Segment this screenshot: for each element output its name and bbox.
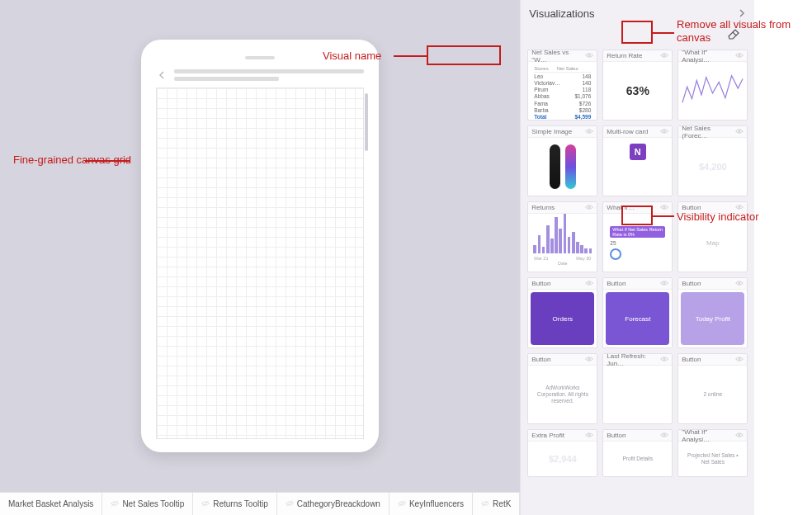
- svg-point-7: [739, 54, 740, 55]
- tile-title: Button: [682, 280, 701, 287]
- page-tab-strip: Market Basket AnalysisNet Sales TooltipR…: [0, 492, 520, 515]
- whatif-slicer: What If Net Sales Return Rate is 0%25: [606, 224, 669, 262]
- faded-value: $4,200: [699, 162, 727, 172]
- tile-title: Extra Profit: [531, 432, 564, 439]
- visibility-icon[interactable]: [735, 431, 744, 441]
- mobile-canvas-area: Market Basket AnalysisNet Sales TooltipR…: [0, 0, 520, 515]
- canvas-grid[interactable]: [156, 87, 364, 439]
- visualization-tile[interactable]: Return Rate63%: [602, 50, 673, 120]
- remove-all-visuals-button[interactable]: [720, 25, 746, 43]
- page-tab[interactable]: KeyInfluencers: [389, 493, 473, 515]
- visualization-tile[interactable]: ButtonMap: [677, 201, 748, 272]
- visualization-tile[interactable]: ButtonAdWorkWorks Corporation. All right…: [527, 353, 597, 424]
- visibility-icon[interactable]: [660, 431, 668, 441]
- tiny-text: AdWorkWorks Corporation. All rights rese…: [531, 385, 594, 404]
- visualization-tile[interactable]: Button2 online: [677, 353, 748, 424]
- scrollbar[interactable]: [365, 93, 368, 151]
- tile-title: Button: [607, 280, 626, 287]
- visualization-tile[interactable]: ButtonProfit Details: [602, 429, 673, 477]
- page-tab[interactable]: RetK: [473, 493, 520, 515]
- phone-speaker: [245, 56, 275, 59]
- tile-title: Button: [682, 204, 701, 211]
- visibility-icon[interactable]: [735, 51, 744, 61]
- svg-point-14: [588, 281, 590, 283]
- tab-label: KeyInfluencers: [409, 499, 464, 508]
- visualization-tile-grid: Net Sales vs "W…StoresNet SalesLeo148Vic…: [527, 50, 748, 477]
- hidden-icon: [111, 499, 119, 509]
- visibility-icon[interactable]: [660, 51, 668, 61]
- svg-point-18: [663, 357, 665, 359]
- svg-point-6: [663, 54, 665, 55]
- svg-point-22: [739, 433, 740, 435]
- visualization-tile[interactable]: Simple Image: [527, 125, 597, 196]
- visualization-tile[interactable]: Multi-row cardN: [602, 125, 673, 196]
- visualization-tile[interactable]: ButtonForecast: [602, 277, 673, 348]
- panel-title: Visualizations: [529, 7, 594, 20]
- visibility-icon[interactable]: [735, 127, 744, 137]
- tab-label: Returns Tooltip: [213, 499, 268, 508]
- visibility-icon[interactable]: [585, 431, 593, 441]
- mini-line-chart: [681, 64, 744, 117]
- svg-point-21: [663, 433, 665, 435]
- tab-label: CathegoryBreackdown: [297, 499, 380, 508]
- card-icon: N: [626, 140, 649, 163]
- tiny-text: 2 online: [700, 391, 725, 398]
- tiny-text: Profit Details: [619, 456, 656, 462]
- visibility-icon[interactable]: [735, 203, 744, 213]
- panel-header: Visualizations: [521, 0, 754, 26]
- visibility-icon[interactable]: [735, 279, 744, 289]
- annotation-gutter: [754, 0, 812, 515]
- hidden-icon: [286, 499, 294, 509]
- svg-point-9: [663, 130, 665, 131]
- page-tab[interactable]: Market Basket Analysis: [0, 493, 102, 515]
- hidden-icon: [481, 499, 489, 509]
- tab-label: Market Basket Analysis: [8, 499, 93, 508]
- visualization-tile[interactable]: Last Refresh: Jun…: [602, 353, 673, 424]
- tile-title: Button: [682, 356, 701, 363]
- visualization-tile[interactable]: Extra Profit$2,944: [527, 429, 597, 477]
- visibility-icon[interactable]: [660, 203, 668, 213]
- visualizations-panel: Visualizations Net Sales vs "W…StoresNet…: [520, 0, 754, 515]
- skateboard-image: [550, 144, 576, 189]
- visualization-tile[interactable]: Net Sales vs "W…StoresNet SalesLeo148Vic…: [527, 50, 597, 120]
- tile-title: What If…: [607, 204, 634, 211]
- svg-point-20: [588, 433, 590, 435]
- collapse-panel-icon[interactable]: [738, 7, 746, 20]
- svg-point-8: [588, 130, 590, 131]
- hidden-icon: [398, 499, 406, 509]
- tile-title: Simple Image: [531, 128, 572, 135]
- visualization-tile[interactable]: ButtonOrders: [527, 277, 597, 348]
- visualization-tile[interactable]: What If…What If Net Sales Return Rate is…: [602, 201, 673, 272]
- visualization-tile[interactable]: Net Sales (Forec…$4,200: [677, 125, 748, 196]
- visibility-icon[interactable]: [660, 279, 668, 289]
- visibility-icon[interactable]: [660, 355, 668, 365]
- tile-title: Multi-row card: [607, 128, 648, 135]
- tiny-text: Projected Net Sales • Net Sales: [681, 452, 744, 465]
- mini-matrix: StoresNet SalesLeo148Victoriav…140Pirum1…: [531, 64, 594, 120]
- tab-label: Net Sales Tooltip: [122, 499, 184, 508]
- visibility-icon[interactable]: [585, 355, 593, 365]
- visualization-tile[interactable]: "What If" Analysi…: [677, 50, 748, 120]
- page-tab[interactable]: Net Sales Tooltip: [102, 493, 193, 515]
- page-tab[interactable]: CathegoryBreackdown: [277, 493, 389, 515]
- visibility-icon[interactable]: [660, 127, 668, 137]
- visualization-tile[interactable]: ButtonToday Profit: [677, 277, 748, 348]
- button-label: Map: [706, 239, 720, 247]
- page-tab[interactable]: Returns Tooltip: [193, 493, 277, 515]
- tile-title: Returns: [531, 204, 555, 211]
- svg-point-5: [588, 54, 590, 55]
- back-chevron-icon[interactable]: [156, 69, 168, 81]
- visibility-icon[interactable]: [585, 51, 593, 61]
- tile-title: Button: [531, 280, 550, 287]
- nav-button: Today Profit: [681, 292, 744, 345]
- tile-title: Button: [607, 432, 626, 439]
- visibility-icon[interactable]: [585, 127, 593, 137]
- visualization-tile[interactable]: ReturnsMar 21May 30Date: [527, 201, 597, 272]
- visibility-icon[interactable]: [585, 279, 593, 289]
- visibility-icon[interactable]: [735, 355, 744, 365]
- svg-point-15: [663, 281, 665, 283]
- svg-point-12: [663, 206, 665, 207]
- svg-point-13: [739, 206, 740, 207]
- visibility-icon[interactable]: [585, 203, 593, 213]
- visualization-tile[interactable]: "What If" Analysi…Projected Net Sales • …: [677, 429, 748, 477]
